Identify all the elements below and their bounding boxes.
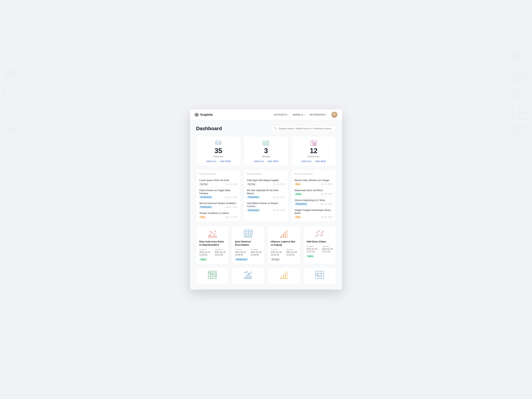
notebooks-view-all-btn[interactable]: VIEW ALL: [301, 160, 312, 162]
svg-point-60: [215, 231, 216, 232]
page-title: Dashboard: [196, 126, 222, 132]
data-card-r2-1[interactable]: [196, 267, 229, 284]
models-label: Models: [262, 155, 270, 158]
models-stat-icon: [263, 140, 269, 146]
svg-rect-75: [250, 236, 252, 238]
header-row: Dashboard: [196, 125, 336, 132]
svg-rect-48: [267, 141, 268, 144]
svg-rect-19: [513, 51, 517, 55]
tag-test-3: Test: [294, 216, 301, 218]
data-card-1[interactable]: Duis Aute Irure Dolor in Reprehenderit C…: [196, 226, 229, 264]
svg-point-104: [250, 272, 251, 273]
card3-title: Ullamco Laboris Nisi ut Aliquip: [271, 240, 297, 247]
search-input[interactable]: [279, 127, 333, 130]
svg-point-87: [322, 234, 323, 235]
svg-point-11: [6, 130, 9, 132]
stat-card-models: 3 Models VIEW ALL ADD NEW: [244, 136, 288, 166]
recent-notebook-item-1[interactable]: Mauris Vitae Ultricies Leo Integer Test …: [294, 177, 333, 187]
data-card-4[interactable]: Velit Esse Cillam Created 2021-01-28 17:…: [303, 226, 336, 264]
data-card-r2-4[interactable]: [303, 267, 336, 284]
svg-point-30: [514, 88, 523, 98]
svg-point-1: [13, 55, 14, 57]
svg-point-102: [247, 271, 247, 272]
svg-point-59: [210, 231, 211, 232]
search-icon: [274, 127, 277, 130]
svg-rect-105: [280, 278, 282, 279]
avatar[interactable]: [331, 112, 337, 118]
navbar: Graphite DATASETS ▾ MODELS ▾ NOTEBOOKS ▾: [190, 109, 342, 120]
card1-icon: [199, 229, 226, 238]
svg-point-86: [316, 236, 317, 237]
models-view-all-btn[interactable]: VIEW ALL: [254, 160, 265, 162]
data-card-2[interactable]: Quis Nostrud Exercitation Created 2021-0…: [232, 226, 265, 264]
svg-rect-77: [282, 235, 284, 238]
svg-point-31: [517, 90, 520, 93]
svg-point-4: [15, 58, 17, 60]
svg-rect-96: [211, 274, 213, 275]
recent-model-item-2[interactable]: Elit Sed Vulputate Mi Sit Amet Mauris Pr…: [247, 187, 285, 200]
svg-point-101: [245, 272, 246, 273]
svg-point-85: [323, 231, 323, 232]
svg-rect-49: [311, 141, 317, 146]
svg-rect-34: [520, 114, 527, 119]
svg-point-80: [316, 232, 317, 233]
nav-item-notebooks[interactable]: NOTEBOOKS ▾: [310, 113, 327, 116]
recent-notebook-item-3[interactable]: Viverra Adipiscing at in Tellus Producti…: [294, 197, 333, 207]
card3-tag: No Tag: [271, 258, 280, 261]
card-r2-4-icon: [315, 271, 324, 279]
card4-meta: Created 2021-01-28 17:57:16 Updated 2021…: [306, 245, 333, 253]
svg-rect-6: [4, 73, 16, 75]
datasets-view-all-btn[interactable]: VIEW ALL: [206, 160, 217, 162]
card-r2-3-icon: [279, 271, 288, 279]
models-actions: VIEW ALL ADD NEW: [254, 160, 278, 162]
nav-item-datasets[interactable]: DATASETS ▾: [274, 113, 288, 116]
datasets-add-new-btn[interactable]: ADD NEW: [220, 160, 230, 162]
models-chevron-icon: ▾: [304, 114, 305, 116]
svg-point-10: [6, 105, 15, 115]
recent-dataset-item-3[interactable]: Sed do Eiusmod Tempor Incididunt Product…: [199, 200, 238, 210]
notebooks-add-new-btn[interactable]: ADD NEW: [315, 160, 326, 162]
data-card-r2-3[interactable]: [267, 267, 300, 284]
svg-rect-115: [316, 274, 318, 275]
recent-dataset-item-2[interactable]: Cillum Dolore eu Fugiat Nulla Pariatua P…: [199, 187, 238, 200]
tag-production-2: Production: [199, 206, 212, 209]
tag-production-5: Production: [294, 203, 308, 205]
svg-rect-107: [284, 274, 285, 279]
svg-point-41: [333, 113, 336, 115]
recent-notebook-item-4[interactable]: Integer Feugiat Scelerisque Varius Morbi…: [294, 207, 333, 218]
svg-point-81: [319, 230, 320, 232]
recent-row: Recent Datasets Lorem Ipsum Dolor Sit Am…: [196, 170, 336, 222]
notebooks-actions: VIEW ALL ADD NEW: [301, 160, 326, 162]
data-card-r2-2[interactable]: [232, 267, 265, 284]
svg-rect-9: [3, 93, 11, 98]
svg-point-13: [14, 130, 16, 132]
card2-title: Quis Nostrud Exercitation: [235, 240, 261, 247]
svg-rect-28: [521, 70, 523, 81]
models-add-new-btn[interactable]: ADD NEW: [267, 160, 278, 162]
svg-rect-35: [511, 124, 526, 134]
recent-model-item-3[interactable]: Ante Metus Dictum at Tempor Commo... Pro…: [247, 200, 285, 212]
svg-rect-79: [286, 231, 287, 238]
recent-dataset-item-4[interactable]: Tempor Incididunt ut Labore Test Jan 27,…: [199, 210, 238, 218]
search-bar[interactable]: [271, 125, 336, 132]
nav-item-models[interactable]: MODELS ▾: [293, 113, 305, 116]
svg-rect-32: [512, 107, 519, 119]
recent-notebook-item-2[interactable]: Malesuada Nunc Vel Risus Sales Jan 29, 2…: [294, 187, 333, 197]
card1-tag: Sales: [199, 258, 207, 261]
svg-rect-74: [247, 236, 249, 238]
data-cards-grid-row2: [196, 267, 336, 284]
recent-models-title: Recent Models: [247, 173, 285, 175]
notebooks-label: Notebooks: [308, 155, 320, 158]
card2-icon: [235, 229, 261, 238]
svg-rect-116: [319, 276, 320, 277]
data-card-3[interactable]: Ullamco Laboris Nisi ut Aliquip Created …: [267, 226, 300, 264]
card2-tag: Production: [235, 258, 248, 261]
notebooks-stat-icon: [310, 140, 317, 146]
svg-rect-78: [284, 233, 285, 238]
recent-dataset-item-1[interactable]: Lorem Ipsum Dolor Sit Amet No Tag Jan 28…: [199, 177, 238, 187]
card1-meta: Created 2021-01-21 12:00:03 Updated 2021…: [199, 248, 226, 256]
brand[interactable]: Graphite: [195, 113, 213, 117]
recent-model-item-1[interactable]: Felis Eget Velit Aliquet Sagittis No Tag…: [247, 177, 285, 187]
svg-rect-97: [244, 277, 246, 279]
svg-point-42: [275, 127, 276, 129]
